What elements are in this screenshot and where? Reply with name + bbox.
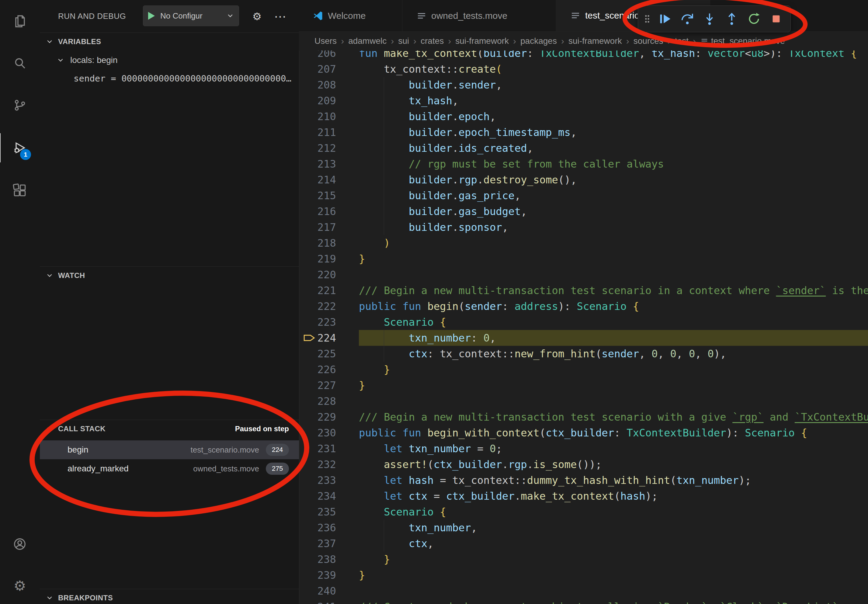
code-line-230[interactable]: 230public fun begin_with_context(ctx_bui… bbox=[299, 425, 868, 441]
code-text[interactable]: Scenario { bbox=[359, 504, 868, 520]
line-number[interactable]: 224 bbox=[318, 332, 336, 344]
editor-gutter[interactable]: 233 bbox=[299, 472, 359, 488]
restart-button[interactable] bbox=[743, 8, 765, 30]
editor-gutter[interactable]: 214 bbox=[299, 172, 359, 187]
editor-gutter[interactable]: 223 bbox=[299, 314, 359, 330]
code-line-222[interactable]: 222public fun begin(sender: address): Sc… bbox=[299, 298, 868, 314]
code-line-207[interactable]: 207 tx_context::create( bbox=[299, 61, 868, 77]
editor-gutter[interactable]: 228 bbox=[299, 393, 359, 409]
code-line-241[interactable]: 241/// Creates and shares system objects… bbox=[299, 599, 868, 604]
editor-gutter[interactable]: 237 bbox=[299, 536, 359, 551]
breadcrumb-item[interactable]: adamwelc bbox=[348, 36, 387, 46]
editor-gutter[interactable]: 234 bbox=[299, 488, 359, 504]
code-text[interactable]: } bbox=[359, 362, 868, 378]
debug-configuration-dropdown[interactable]: No Configur bbox=[143, 5, 239, 26]
code-line-214[interactable]: 214 builder.rgp.destroy_some(), bbox=[299, 172, 868, 187]
breadcrumb-item[interactable]: Users bbox=[315, 36, 337, 46]
code-line-236[interactable]: 236 txn_number, bbox=[299, 520, 868, 536]
line-number[interactable]: 229 bbox=[318, 411, 336, 423]
code-editor[interactable]: 206fun make_tx_context(builder: TxContex… bbox=[299, 45, 868, 604]
line-number[interactable]: 241 bbox=[318, 601, 336, 604]
code-text[interactable] bbox=[359, 393, 868, 409]
line-number[interactable]: 212 bbox=[318, 142, 336, 154]
code-text[interactable]: txn_number: 0, bbox=[359, 330, 868, 346]
code-text[interactable]: assert!(ctx_builder.rgp.is_some()); bbox=[359, 457, 868, 472]
line-number[interactable]: 216 bbox=[318, 205, 336, 217]
debug-settings-gear-icon[interactable]: ⚙ bbox=[248, 0, 266, 33]
code-line-209[interactable]: 209 tx_hash, bbox=[299, 93, 868, 108]
editor-gutter[interactable]: 210 bbox=[299, 108, 359, 124]
source-control-icon[interactable] bbox=[0, 91, 40, 120]
code-text[interactable]: tx_hash, bbox=[359, 93, 868, 108]
editor-gutter[interactable]: 232 bbox=[299, 457, 359, 472]
breakpoints-section-header[interactable]: BREAKPOINTS bbox=[40, 589, 299, 604]
code-text[interactable]: // rgp must be set from the caller alway… bbox=[359, 156, 868, 172]
breadcrumb-item[interactable]: test bbox=[675, 36, 688, 46]
code-line-237[interactable]: 237 ctx, bbox=[299, 536, 868, 551]
line-number[interactable]: 227 bbox=[318, 379, 336, 392]
editor-gutter[interactable]: 241 bbox=[299, 599, 359, 604]
code-line-233[interactable]: 233 let hash = tx_context::dummy_tx_hash… bbox=[299, 472, 868, 488]
call-stack-frame-already_marked[interactable]: already_markedowned_tests.move275 bbox=[40, 459, 299, 478]
editor-gutter[interactable]: 213 bbox=[299, 156, 359, 172]
editor-gutter[interactable]: 211 bbox=[299, 124, 359, 140]
code-text[interactable] bbox=[359, 267, 868, 283]
editor-gutter[interactable]: 222 bbox=[299, 298, 359, 314]
step-over-button[interactable] bbox=[676, 8, 698, 30]
line-number[interactable]: 211 bbox=[318, 126, 336, 138]
extensions-icon[interactable] bbox=[0, 176, 40, 205]
editor-gutter[interactable]: 219 bbox=[299, 251, 359, 267]
editor-gutter[interactable]: 226 bbox=[299, 362, 359, 378]
code-text[interactable]: let hash = tx_context::dummy_tx_hash_wit… bbox=[359, 472, 868, 488]
editor-gutter[interactable]: 227 bbox=[299, 378, 359, 393]
editor-gutter[interactable]: 236 bbox=[299, 520, 359, 536]
code-text[interactable]: /// Begin a new multi-transaction test s… bbox=[359, 283, 868, 298]
line-number[interactable]: 225 bbox=[318, 348, 336, 360]
line-number[interactable]: 234 bbox=[318, 490, 336, 502]
editor-gutter[interactable]: 231 bbox=[299, 441, 359, 457]
code-text[interactable]: builder.rgp.destroy_some(), bbox=[359, 172, 868, 187]
code-text[interactable]: ) bbox=[359, 235, 868, 251]
line-number[interactable]: 214 bbox=[318, 173, 336, 186]
code-text[interactable]: builder.gas_price, bbox=[359, 187, 868, 203]
editor-gutter[interactable]: 217 bbox=[299, 219, 359, 235]
code-line-211[interactable]: 211 builder.epoch_timestamp_ms, bbox=[299, 124, 868, 140]
code-text[interactable]: builder.ids_created, bbox=[359, 140, 868, 156]
line-number[interactable]: 240 bbox=[318, 585, 336, 597]
line-number[interactable]: 210 bbox=[318, 110, 336, 122]
code-text[interactable]: Scenario { bbox=[359, 314, 868, 330]
step-into-button[interactable] bbox=[698, 8, 721, 30]
code-text[interactable]: public fun begin(sender: address): Scena… bbox=[359, 298, 868, 314]
code-text[interactable]: builder.gas_budget, bbox=[359, 203, 868, 219]
breadcrumb-item[interactable]: sui bbox=[398, 36, 409, 46]
code-text[interactable]: } bbox=[359, 551, 868, 567]
tab-owned-tests-move[interactable]: owned_tests.move bbox=[402, 0, 556, 31]
line-number[interactable]: 221 bbox=[318, 284, 336, 297]
editor-gutter[interactable]: 224 bbox=[299, 330, 359, 346]
variable-row[interactable]: sender = 0000000000000000000000000000000… bbox=[74, 70, 296, 87]
line-number[interactable]: 239 bbox=[318, 569, 336, 581]
editor-gutter[interactable]: 221 bbox=[299, 283, 359, 298]
account-icon[interactable] bbox=[0, 530, 40, 559]
code-line-215[interactable]: 215 builder.gas_price, bbox=[299, 187, 868, 203]
code-line-217[interactable]: 217 builder.sponsor, bbox=[299, 219, 868, 235]
line-number[interactable]: 215 bbox=[318, 189, 336, 201]
call-stack-frame-begin[interactable]: begintest_scenario.move224 bbox=[40, 440, 299, 459]
code-text[interactable]: let ctx = ctx_builder.make_tx_context(ha… bbox=[359, 488, 868, 504]
editor-gutter[interactable]: 209 bbox=[299, 93, 359, 108]
step-out-button[interactable] bbox=[721, 8, 743, 30]
line-number[interactable]: 218 bbox=[318, 237, 336, 249]
stop-button[interactable] bbox=[765, 8, 787, 30]
code-text[interactable]: } bbox=[359, 251, 868, 267]
code-line-229[interactable]: 229/// Begin a new multi-transaction tes… bbox=[299, 409, 868, 425]
code-line-232[interactable]: 232 assert!(ctx_builder.rgp.is_some()); bbox=[299, 457, 868, 472]
editor-gutter[interactable]: 215 bbox=[299, 187, 359, 203]
run-and-debug-icon[interactable]: 1 bbox=[0, 133, 40, 163]
editor-gutter[interactable]: 218 bbox=[299, 235, 359, 251]
code-line-238[interactable]: 238 } bbox=[299, 551, 868, 567]
code-line-212[interactable]: 212 builder.ids_created, bbox=[299, 140, 868, 156]
line-number[interactable]: 209 bbox=[318, 94, 336, 107]
code-line-225[interactable]: 225 ctx: tx_context::new_from_hint(sende… bbox=[299, 346, 868, 362]
code-text[interactable]: txn_number, bbox=[359, 520, 868, 536]
code-text[interactable]: builder.sponsor, bbox=[359, 219, 868, 235]
